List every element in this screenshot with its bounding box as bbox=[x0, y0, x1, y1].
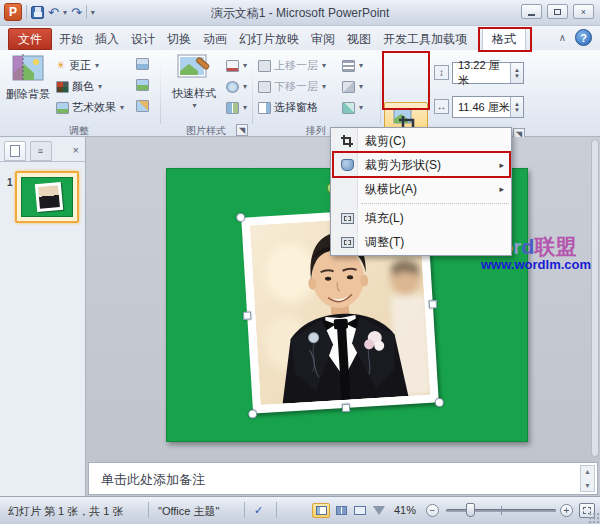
group-objects-icon bbox=[342, 81, 355, 93]
resize-handle-left[interactable] bbox=[243, 311, 251, 319]
menu-item-fit[interactable]: 调整(T) bbox=[331, 230, 511, 254]
theme-name[interactable]: "Office 主题" bbox=[158, 504, 219, 519]
watermark-site: www.wordlm.com bbox=[481, 258, 591, 271]
crop-menu-icon bbox=[337, 135, 357, 147]
tab-file[interactable]: 文件 bbox=[8, 28, 52, 50]
shape-width-spinner[interactable]: ▲▼ bbox=[510, 97, 523, 117]
status-bar: 幻灯片 第 1 张，共 1 张 "Office 主题" ✓ 41% − + bbox=[0, 496, 600, 524]
shape-width-field[interactable]: 11.46 厘米 ▲▼ bbox=[452, 96, 524, 118]
slide-sorter-icon bbox=[336, 506, 347, 515]
scroll-down-icon[interactable]: ▼ bbox=[584, 482, 591, 489]
chevron-down-icon: ▾ bbox=[243, 82, 247, 91]
picture-border-button[interactable]: ▾ bbox=[226, 56, 247, 75]
compress-picture-icon[interactable] bbox=[136, 58, 149, 70]
picture-effects-button[interactable]: ▾ bbox=[226, 77, 247, 96]
watermark-letter: d bbox=[521, 235, 534, 258]
crop-dropdown-menu: 裁剪(C) 裁剪为形状(S) ▸ 纵横比(A) ▸ 填充(L) 调整(T) bbox=[330, 127, 512, 256]
slideshow-icon bbox=[373, 506, 385, 515]
resize-grip[interactable] bbox=[589, 513, 599, 523]
zoom-slider-thumb[interactable] bbox=[466, 503, 475, 517]
zoom-out-button[interactable]: − bbox=[426, 504, 439, 517]
chevron-down-icon: ▾ bbox=[243, 61, 247, 70]
bring-forward-button[interactable]: 上移一层 ▾ bbox=[258, 56, 326, 75]
tab-slideshow[interactable]: 幻灯片放映 bbox=[230, 28, 308, 50]
chevron-down-icon: ▾ bbox=[95, 61, 99, 70]
reset-picture-icon[interactable] bbox=[136, 100, 149, 112]
scroll-up-icon[interactable]: ▲ bbox=[584, 468, 591, 475]
quick-styles-label: 快速样式 bbox=[172, 86, 216, 101]
picture-effects-icon bbox=[226, 81, 239, 93]
view-normal-button[interactable] bbox=[312, 503, 330, 518]
color-button[interactable]: 颜色 ▾ bbox=[56, 77, 102, 96]
restore-icon bbox=[554, 9, 561, 15]
chevron-down-icon: ▾ bbox=[359, 103, 363, 112]
chevron-down-icon: ▾ bbox=[322, 61, 326, 70]
notes-panel[interactable]: 单击此处添加备注 ▲ ▼ bbox=[88, 462, 598, 495]
tab-addins[interactable]: 加载项 bbox=[422, 28, 476, 50]
shape-height-value[interactable]: 13.22 厘米 bbox=[453, 58, 510, 88]
restore-button[interactable] bbox=[547, 4, 568, 19]
zoom-slider-center-tick bbox=[501, 506, 502, 515]
crop-to-shape-icon bbox=[337, 159, 357, 171]
view-slideshow-button[interactable] bbox=[370, 503, 388, 518]
notes-scrollbar[interactable]: ▲ ▼ bbox=[580, 465, 595, 492]
resize-handle-bottom[interactable] bbox=[342, 404, 350, 412]
title-bar: P ↶ ▾ ↷ ▾ 演示文稿1 - Microsoft PowerPoint × bbox=[0, 0, 600, 26]
tab-slides-thumbnails[interactable] bbox=[4, 141, 26, 161]
shape-height-spinner[interactable]: ▲▼ bbox=[510, 63, 523, 83]
view-reading-button[interactable] bbox=[351, 503, 369, 518]
minimize-icon bbox=[528, 14, 535, 16]
corrections-button[interactable]: ☀ 更正 ▾ bbox=[56, 56, 99, 75]
fit-icon bbox=[337, 237, 357, 248]
artistic-effects-button[interactable]: 艺术效果 ▾ bbox=[56, 98, 124, 117]
selection-pane-button[interactable]: 选择窗格 bbox=[258, 98, 318, 117]
zoom-in-button[interactable]: + bbox=[560, 504, 573, 517]
fill-icon bbox=[337, 213, 357, 224]
shape-width-value[interactable]: 11.46 厘米 bbox=[453, 100, 510, 115]
picture-styles-dialog-launcher-icon[interactable]: ◥ bbox=[236, 124, 248, 136]
quick-styles-button[interactable]: 快速样式 ▾ bbox=[168, 53, 220, 110]
slides-tab-icon bbox=[10, 145, 20, 157]
close-button[interactable]: × bbox=[573, 4, 594, 19]
collapse-ribbon-icon[interactable]: ∧ bbox=[559, 32, 566, 43]
panel-close-icon[interactable]: × bbox=[73, 144, 79, 156]
menu-item-crop-to-shape[interactable]: 裁剪为形状(S) ▸ bbox=[331, 153, 511, 177]
artistic-effects-icon bbox=[56, 102, 69, 114]
menu-item-crop[interactable]: 裁剪(C) bbox=[331, 129, 511, 153]
group-objects-button[interactable]: ▾ bbox=[342, 77, 363, 96]
resize-handle-right[interactable] bbox=[429, 300, 437, 308]
slide-thumbnail[interactable] bbox=[15, 171, 79, 223]
slide-counter: 幻灯片 第 1 张，共 1 张 bbox=[8, 504, 124, 519]
tab-outline[interactable]: ≡ bbox=[30, 141, 52, 161]
vertical-scrollbar[interactable] bbox=[591, 139, 599, 457]
shape-height-icon: ↕ bbox=[434, 65, 449, 80]
slide-thumbnail-number: 1 bbox=[7, 177, 13, 188]
submenu-arrow-icon: ▸ bbox=[499, 184, 504, 194]
zoom-level[interactable]: 41% bbox=[394, 504, 416, 516]
spellcheck-icon[interactable]: ✓ bbox=[254, 504, 263, 517]
ribbon-tab-row: 文件 开始 插入 设计 切换 动画 幻灯片放映 审阅 视图 开发工具 加载项 格… bbox=[0, 26, 600, 50]
divider bbox=[244, 502, 245, 518]
resize-handle-top-left[interactable] bbox=[236, 213, 246, 223]
picture-layout-button[interactable]: ▾ bbox=[226, 98, 247, 117]
help-icon[interactable]: ? bbox=[575, 29, 592, 46]
shape-height-field[interactable]: 13.22 厘米 ▲▼ bbox=[452, 62, 524, 84]
menu-item-aspect-ratio[interactable]: 纵横比(A) ▸ bbox=[331, 177, 511, 201]
notes-placeholder[interactable]: 单击此处添加备注 bbox=[101, 471, 205, 489]
menu-item-fit-label: 调整(T) bbox=[365, 234, 404, 251]
rotate-button[interactable]: ▾ bbox=[342, 98, 363, 117]
menu-item-fill[interactable]: 填充(L) bbox=[331, 206, 511, 230]
tab-format[interactable]: 格式 bbox=[482, 28, 526, 50]
align-button[interactable]: ▾ bbox=[342, 56, 363, 75]
bring-forward-icon bbox=[258, 60, 271, 72]
minimize-button[interactable] bbox=[521, 4, 542, 19]
normal-view-icon bbox=[316, 506, 327, 515]
menu-separator bbox=[361, 203, 509, 204]
change-picture-icon[interactable] bbox=[136, 79, 149, 91]
view-slide-sorter-button[interactable] bbox=[332, 503, 350, 518]
outline-tab-icon: ≡ bbox=[38, 146, 44, 156]
bring-forward-label: 上移一层 bbox=[274, 58, 318, 73]
remove-background-button[interactable]: 删除背景 bbox=[4, 53, 52, 102]
send-backward-button[interactable]: 下移一层 ▾ bbox=[258, 77, 326, 96]
color-label: 颜色 bbox=[72, 79, 94, 94]
